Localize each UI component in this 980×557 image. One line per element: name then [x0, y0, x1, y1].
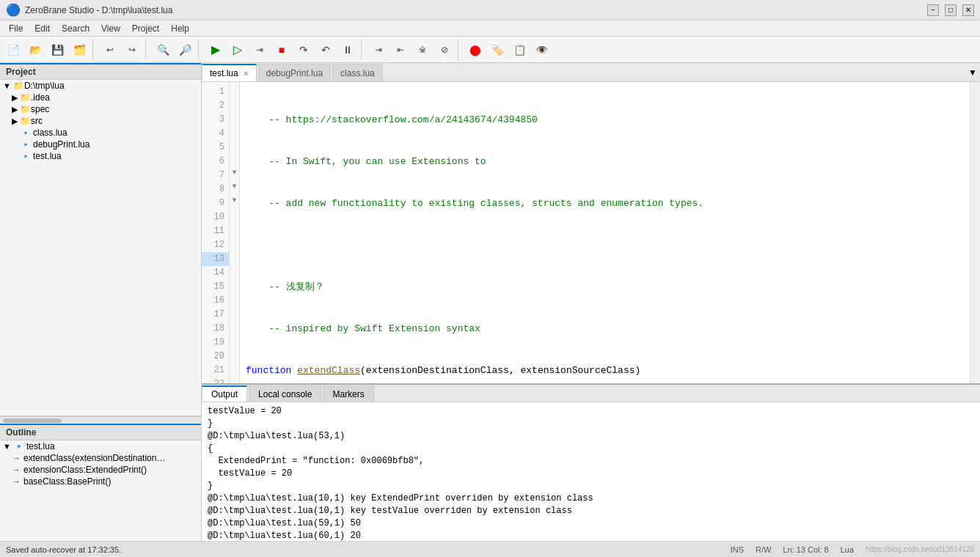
output-content[interactable]: testValue = 20 } @D:\tmp\lua\test.lua(53… [202, 402, 980, 541]
outline-base-class[interactable]: → baseClass:BasePrint() [0, 476, 201, 487]
btab-markers[interactable]: Markers [323, 386, 373, 402]
stack-btn[interactable]: 📋 [509, 40, 530, 60]
watch-btn[interactable]: 👁️ [531, 40, 552, 60]
menu-project[interactable]: Project [126, 22, 165, 35]
save-button[interactable]: 💾 [47, 40, 67, 60]
tree-idea[interactable]: ▶ 📁 .idea [0, 92, 201, 103]
tree-class-lua[interactable]: 🔹 class.lua [0, 127, 201, 139]
menu-file[interactable]: File [3, 22, 29, 35]
file-icon: 🔹 [21, 152, 31, 161]
left-hscroll[interactable] [0, 416, 201, 424]
title-bar-left: 🔵 ZeroBrane Studio - D:\tmp\lua\test.lua [6, 3, 172, 17]
tab-scroll-button[interactable]: ▼ [965, 64, 980, 81]
fold-btn-14 [230, 263, 239, 277]
fold-btn-9[interactable]: ▼ [230, 193, 239, 207]
status-ins: INS [731, 545, 744, 554]
fold-btn-6 [230, 152, 239, 166]
editor-vscroll[interactable] [970, 82, 980, 383]
save-all-button[interactable]: 🗂️ [69, 40, 89, 60]
outline-extend-class[interactable]: → extendClass(extensionDestination… [0, 452, 201, 464]
status-right: INS R/W Ln: 13 Col: 8 Lua https://blog.c… [731, 545, 974, 554]
code-content[interactable]: -- https://stackoverflow.com/a/24143674/… [240, 82, 970, 383]
toolbar-sep-4 [361, 40, 365, 60]
find-btn[interactable]: 🔍 [153, 40, 173, 60]
tree-root[interactable]: ▼ 📁 D:\tmp\lua [0, 80, 201, 92]
outline-extension-class[interactable]: → extensionClass:ExtendedPrint() [0, 464, 201, 476]
undo-btn[interactable]: ↩ [100, 40, 120, 60]
status-rw: R/W [756, 545, 771, 554]
tab-label: debugPrint.lua [266, 68, 323, 78]
minimize-button[interactable]: − [927, 4, 939, 16]
uncomment-btn[interactable]: ⊘ [434, 40, 455, 60]
tree-label: src [31, 116, 43, 126]
pause-btn[interactable]: ⏸ [337, 40, 358, 60]
tree-spec[interactable]: ▶ 📁 spec [0, 103, 201, 115]
breakpoint-btn[interactable]: ⬤ [465, 40, 486, 60]
file-icon: 🔹 [13, 441, 24, 451]
folder-icon: 📁 [20, 116, 31, 126]
tab-close-icon[interactable]: ✕ [243, 70, 249, 78]
output-line: @D:\tmp\lua\test.lua(59,1) 50 [208, 517, 974, 530]
output-line: { [208, 443, 974, 455]
fold-btn-5 [230, 138, 239, 152]
expand-icon: ▼ [3, 442, 11, 451]
title-text: ZeroBrane Studio - D:\tmp\lua\test.lua [25, 5, 172, 15]
code-line-4 [246, 238, 964, 252]
bookmark-btn[interactable]: 🏷️ [487, 40, 508, 60]
menu-view[interactable]: View [95, 22, 126, 35]
output-line: testValue = 20 [208, 405, 974, 418]
menu-help[interactable]: Help [165, 22, 195, 35]
tree-test-lua[interactable]: 🔹 test.lua [0, 150, 201, 162]
btab-localconsole[interactable]: Local console [249, 386, 321, 402]
maximize-button[interactable]: □ [945, 4, 957, 16]
stop-btn[interactable]: ■ [271, 40, 292, 60]
btab-output[interactable]: Output [202, 386, 247, 402]
tab-debugprint-lua[interactable]: debugPrint.lua [258, 64, 331, 81]
tree-src[interactable]: ▶ 📁 src [0, 115, 201, 127]
tree-label: D:\tmp\lua [24, 81, 65, 91]
outline-file[interactable]: ▼ 🔹 test.lua [0, 440, 201, 452]
fold-btn-4 [230, 124, 239, 138]
expand-icon: ▶ [12, 93, 18, 103]
step-over-btn[interactable]: ↷ [293, 40, 314, 60]
status-left: Saved auto-recover at 17:32:35. [6, 545, 731, 554]
redo-btn[interactable]: ↪ [122, 40, 142, 60]
step-out-btn[interactable]: ↶ [315, 40, 336, 60]
indent-btn[interactable]: ⇥ [368, 40, 389, 60]
toolbar-sep-5 [458, 40, 462, 60]
output-line: @D:\tmp\lua\test.lua(60,1) 20 [208, 530, 974, 541]
fold-btn-8[interactable]: ▼ [230, 180, 239, 193]
file-icon: 🔹 [21, 128, 31, 138]
code-editor[interactable]: 1 2 3 4 5 6 7 8 9 10 11 12 13 14 15 16 1 [202, 82, 980, 383]
expand-icon: ▼ [3, 81, 11, 90]
code-line-5: -- 浅复制？ [246, 280, 964, 294]
tree-debugprint-lua[interactable]: 🔹 debugPrint.lua [0, 139, 201, 150]
comment-btn[interactable]: ※ [412, 40, 433, 60]
arrow-icon: → [12, 453, 21, 463]
close-button[interactable]: ✕ [962, 4, 974, 16]
tree-label: class.lua [33, 128, 67, 138]
arrow-icon: → [12, 476, 21, 487]
open-file-button[interactable]: 📂 [25, 40, 45, 60]
fold-btn-7[interactable]: ▼ [230, 166, 239, 180]
expand-icon: ▶ [12, 117, 18, 126]
run-btn[interactable]: ▶ [205, 40, 226, 60]
tab-bar: test.lua ✕ debugPrint.lua class.lua ▼ [202, 63, 980, 82]
menu-edit[interactable]: Edit [29, 22, 56, 35]
tab-label: test.lua [210, 68, 238, 78]
file-icon: 🔹 [21, 140, 31, 150]
folder-icon: 📁 [20, 92, 31, 103]
tab-class-lua[interactable]: class.lua [332, 64, 383, 81]
editor-area: test.lua ✕ debugPrint.lua class.lua ▼ 1 … [202, 63, 980, 541]
outline-label: test.lua [26, 441, 55, 451]
unindent-btn[interactable]: ⇤ [390, 40, 411, 60]
debug-btn[interactable]: ▷ [227, 40, 248, 60]
new-file-button[interactable]: 📄 [3, 40, 23, 60]
toolbar-sep-3 [198, 40, 202, 60]
step-into-btn[interactable]: ⇥ [249, 40, 270, 60]
outline-header: Outline [0, 424, 201, 440]
title-bar: 🔵 ZeroBrane Studio - D:\tmp\lua\test.lua… [0, 0, 980, 21]
findreplace-btn[interactable]: 🔎 [175, 40, 195, 60]
menu-search[interactable]: Search [56, 22, 95, 35]
tab-test-lua[interactable]: test.lua ✕ [202, 64, 257, 81]
